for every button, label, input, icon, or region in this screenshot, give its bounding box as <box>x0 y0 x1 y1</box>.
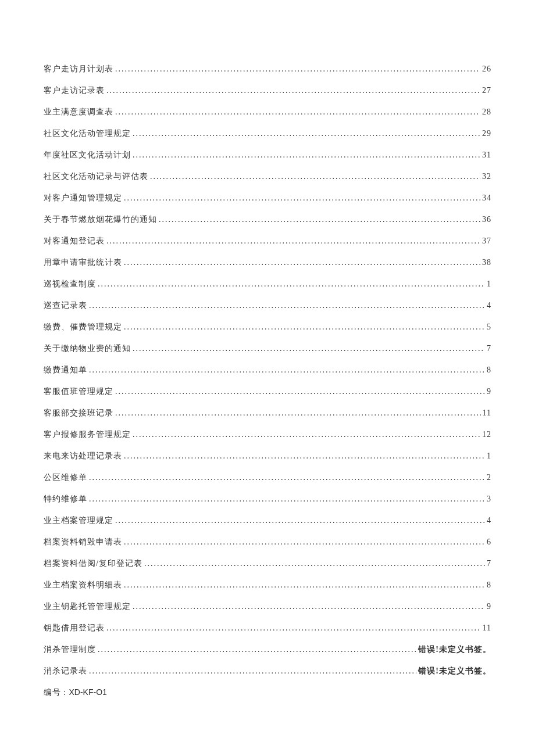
toc-entry: 社区文化活动管理规定29 <box>44 128 491 139</box>
toc-title: 消杀记录表 <box>44 666 87 676</box>
toc-title: 社区文化活动记录与评估表 <box>44 171 148 182</box>
toc-leader-dots <box>89 473 485 482</box>
toc-title: 客户走访月计划表 <box>44 64 113 74</box>
toc-title: 档案资料借阅/复印登记表 <box>44 558 142 569</box>
toc-entry: 年度社区文化活动计划31 <box>44 150 491 160</box>
toc-title: 用章申请审批统计表 <box>44 257 122 268</box>
toc-leader-dots <box>159 215 480 224</box>
toc-title: 缴费通知单 <box>44 365 87 375</box>
toc-title: 来电来访处理记录表 <box>44 451 122 461</box>
toc-entry: 关于春节燃放烟花爆竹的通知36 <box>44 214 491 225</box>
toc-leader-dots <box>115 516 485 525</box>
toc-page-number: 7 <box>487 559 491 568</box>
toc-page-number: 34 <box>482 194 491 203</box>
toc-page-number: 28 <box>482 108 491 117</box>
toc-leader-dots <box>115 387 485 396</box>
toc-title: 钥匙借用登记表 <box>44 623 105 633</box>
toc-page-number: 29 <box>482 129 491 138</box>
toc-leader-dots <box>89 366 485 375</box>
toc-page-number: 8 <box>487 581 491 590</box>
toc-entry: 消杀记录表错误!未定义书签。 <box>44 666 491 676</box>
toc-title: 年度社区文化活动计划 <box>44 150 131 160</box>
toc-entry: 客户走访月计划表26 <box>44 64 491 74</box>
toc-entry: 业主档案资料明细表8 <box>44 580 491 590</box>
toc-page-number: 32 <box>482 172 491 181</box>
toc-page-number: 1 <box>487 280 491 289</box>
toc-title: 客服部交接班记录 <box>44 408 113 418</box>
toc-leader-dots <box>133 602 485 611</box>
toc-leader-dots <box>124 581 485 590</box>
toc-leader-dots <box>124 538 485 547</box>
toc-page-number: 9 <box>487 387 491 396</box>
toc-page-number: 4 <box>487 301 491 310</box>
toc-leader-dots <box>133 344 485 353</box>
toc-page-number: 26 <box>482 65 491 74</box>
toc-entry: 关于缴纳物业费的通知7 <box>44 343 491 354</box>
toc-page-number: 38 <box>482 258 491 267</box>
toc-entry: 档案资料借阅/复印登记表7 <box>44 558 491 569</box>
toc-page-number: 12 <box>482 430 491 439</box>
toc-page-number: 1 <box>487 452 491 461</box>
toc-title: 客户走访记录表 <box>44 85 105 96</box>
toc-title: 公区维修单 <box>44 472 87 483</box>
toc-leader-dots <box>150 172 480 181</box>
toc-page-number: 37 <box>482 237 491 246</box>
toc-leader-dots <box>115 409 481 418</box>
toc-leader-dots <box>106 624 481 633</box>
toc-page-number: 9 <box>487 602 491 611</box>
toc-entry: 缴费、催费管理规定5 <box>44 322 491 332</box>
toc-title: 关于缴纳物业费的通知 <box>44 343 131 354</box>
toc-entry: 客户报修服务管理规定12 <box>44 429 491 440</box>
toc-page-number: 36 <box>482 215 491 224</box>
toc-entry: 业主满意度调查表28 <box>44 107 491 117</box>
toc-leader-dots <box>124 194 480 203</box>
toc-title: 业主档案管理规定 <box>44 515 113 526</box>
toc-title: 缴费、催费管理规定 <box>44 322 122 332</box>
toc-leader-dots <box>115 108 480 117</box>
toc-leader-dots <box>124 452 485 461</box>
toc-entry: 特约维修单3 <box>44 494 491 504</box>
toc-entry: 对客户通知管理规定34 <box>44 193 491 203</box>
toc-entry: 消杀管理制度错误!未定义书签。 <box>44 644 491 655</box>
toc-leader-dots <box>89 495 485 504</box>
toc-title: 关于春节燃放烟花爆竹的通知 <box>44 214 157 225</box>
toc-leader-dots <box>89 301 485 310</box>
toc-leader-dots <box>124 258 480 267</box>
toc-leader-dots <box>144 559 485 568</box>
table-of-contents: 客户走访月计划表26客户走访记录表27业主满意度调查表28社区文化活动管理规定2… <box>44 64 491 676</box>
toc-page-number: 11 <box>483 409 491 418</box>
toc-title: 社区文化活动管理规定 <box>44 128 131 139</box>
toc-entry: 客服值班管理规定9 <box>44 386 491 397</box>
document-code: 编号：XD-KF-O1 <box>44 687 491 698</box>
toc-entry: 来电来访处理记录表1 <box>44 451 491 461</box>
toc-leader-dots <box>98 280 485 289</box>
toc-page-number: 8 <box>487 366 491 375</box>
toc-title: 业主满意度调查表 <box>44 107 113 117</box>
toc-entry: 业主钥匙托管管理规定9 <box>44 601 491 612</box>
toc-page-number: 27 <box>482 86 491 95</box>
toc-title: 对客通知登记表 <box>44 236 105 246</box>
doc-code-value: XD-KF-O1 <box>69 687 107 697</box>
toc-title: 客服值班管理规定 <box>44 386 113 397</box>
toc-entry: 公区维修单2 <box>44 472 491 483</box>
toc-entry: 钥匙借用登记表11 <box>44 623 491 633</box>
toc-title: 巡查记录表 <box>44 300 87 311</box>
toc-page-number: 4 <box>487 516 491 525</box>
toc-page-number: 5 <box>487 323 491 332</box>
toc-leader-dots <box>133 129 480 138</box>
toc-leader-dots <box>98 645 416 654</box>
toc-title: 业主档案资料明细表 <box>44 580 122 590</box>
toc-leader-dots <box>115 65 480 74</box>
toc-page-number: 31 <box>482 151 491 160</box>
toc-entry: 客户走访记录表27 <box>44 85 491 96</box>
toc-title: 对客户通知管理规定 <box>44 193 122 203</box>
toc-page-error: 错误!未定义书签。 <box>418 644 491 655</box>
toc-leader-dots <box>106 237 480 246</box>
toc-leader-dots <box>124 323 485 332</box>
toc-entry: 巡视检查制度1 <box>44 279 491 289</box>
doc-code-label: 编号： <box>44 688 69 697</box>
toc-leader-dots <box>133 430 480 439</box>
toc-title: 特约维修单 <box>44 494 87 504</box>
toc-entry: 社区文化活动记录与评估表32 <box>44 171 491 182</box>
toc-page-number: 7 <box>487 344 491 353</box>
